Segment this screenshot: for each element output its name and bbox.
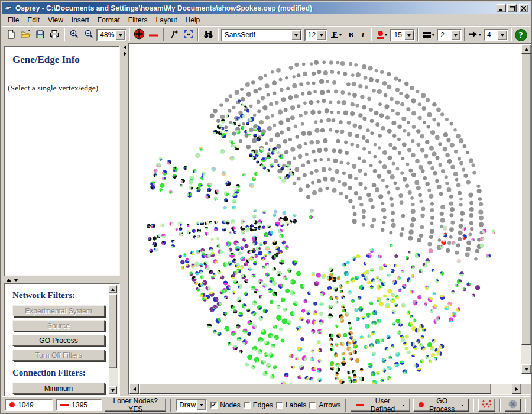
save-button[interactable] [33,28,47,43]
font-family-combo[interactable]: SansSerif [221,29,302,41]
window-title: Osprey - C:\Documents and Settings\hosam… [15,4,494,12]
splitter-collapse-left-icon[interactable] [121,45,126,50]
italic-button[interactable]: I [357,28,368,43]
chevron-down-icon [432,34,434,37]
scroll-left-button[interactable] [129,384,139,394]
labels-checkbox[interactable]: ✓ [276,402,283,409]
font-family-dropdown-button[interactable] [291,30,301,40]
network-viewport [128,43,532,395]
font-size-dropdown-button[interactable] [317,30,326,40]
zoom-in-button[interactable] [67,28,82,43]
loner-nodes-button[interactable]: Loner Nodes? YES [105,399,166,412]
node-color-button[interactable] [374,28,390,43]
print-button[interactable] [48,28,62,43]
menu-item-filters[interactable]: Filters [124,15,152,25]
titlebar[interactable]: Osprey - C:\Documents and Settings\hosam… [2,2,530,14]
menu-item-format[interactable]: Format [93,15,124,25]
scroll-up-button[interactable] [109,285,117,293]
node-size-combo[interactable]: 15 [390,29,414,41]
toolbar-separator [371,28,372,41]
add-gene-button[interactable] [132,28,147,43]
edge-color-mode-button[interactable]: User Defined [351,399,411,412]
minimize-button[interactable] [497,4,506,12]
draw-mode-combo[interactable]: Draw [176,399,207,412]
edges-checkbox[interactable]: ✓ [244,402,251,409]
scroll-up-button[interactable] [521,44,531,54]
status-bar: 1049 1395 Loner Nodes? YES Draw ✓ Nodes … [2,396,530,413]
find-button[interactable] [201,28,215,43]
zoom-out-button[interactable] [82,28,96,43]
show-spokes-button[interactable] [478,399,495,412]
experimental-system-filter-button[interactable]: Experimental System [12,305,105,316]
turn-off-filters-button[interactable]: Turn Off Filters [12,350,105,361]
status-separator [345,399,346,412]
arrow-size-dropdown-button[interactable] [498,30,507,40]
scroll-right-button[interactable] [512,384,521,394]
check-icon: ✓ [212,402,217,407]
scrollbar-thumb[interactable] [521,54,531,345]
menu-item-view[interactable]: View [44,15,67,25]
vertical-splitter[interactable] [121,43,128,396]
italic-icon: I [361,30,364,40]
network-canvas[interactable] [129,44,521,384]
add-interaction-icon [148,31,159,40]
draw-mode-dropdown-button[interactable] [197,400,206,410]
add-interaction-button[interactable] [147,28,161,43]
arrow-size-combo[interactable]: 4 [484,29,508,41]
font-color-button[interactable]: F [328,28,345,43]
chevron-down-icon [200,404,203,408]
vertical-scrollbar[interactable] [521,44,531,374]
edge-width-dropdown-button[interactable] [451,30,460,40]
scrollbar-corner [521,384,531,394]
arrow-up-icon [525,46,528,51]
clear-highlight-button[interactable] [505,399,521,412]
edge-color-button[interactable] [421,28,436,43]
help-button[interactable]: ? [514,28,528,43]
edge-anchor-icon [169,30,179,41]
menu-item-help[interactable]: Help [181,15,205,25]
bold-button[interactable]: B [345,28,356,43]
new-button[interactable] [4,28,18,43]
menu-item-file[interactable]: File [4,15,23,25]
close-button[interactable] [519,4,528,12]
splitter-collapse-up-icon[interactable] [7,276,11,282]
menu-item-insert[interactable]: Insert [67,15,93,25]
spokes-icon [481,399,492,410]
menu-item-layout[interactable]: Layout [152,15,181,25]
maximize-button[interactable] [507,4,517,12]
labels-checkbox-group: ✓ Labels [276,401,306,409]
scroll-down-button[interactable] [109,386,117,394]
chevron-down-icon [501,34,504,38]
horizontal-splitter[interactable] [4,276,120,283]
font-size-combo[interactable]: 12 [304,29,327,41]
arrow-style-button[interactable] [468,28,483,43]
go-process-filter-button[interactable]: GO Process [12,335,105,346]
nodes-checkbox[interactable]: ✓ [210,402,218,409]
status-separator [170,399,171,412]
chevron-down-icon [320,34,323,38]
toolbar: 48% SansSerif 12 F B I 15 2 [2,26,530,43]
edge-width-combo[interactable]: 2 [437,29,461,41]
node-size-dropdown-button[interactable] [404,30,414,40]
status-separator [525,399,526,412]
edge-anchor-button[interactable] [167,28,181,43]
toolbar-separator [218,28,219,41]
scrollbar-thumb[interactable] [139,384,491,394]
zoom-level-combo[interactable]: 48% [96,29,126,41]
node-color-mode-button[interactable]: GO Process [413,399,469,412]
add-gene-icon [134,28,145,41]
menu-item-edit[interactable]: Edit [23,15,44,25]
arrows-checkbox[interactable]: ✓ [309,402,316,409]
zoom-level-dropdown-button[interactable] [116,30,125,40]
source-filter-button[interactable]: Source [12,320,105,331]
node-count-box: 1049 [5,399,53,411]
fit-view-button[interactable] [181,28,196,43]
filters-panel-scrollbar[interactable] [109,285,118,394]
minimum-filter-button[interactable]: Minimum [12,383,105,394]
node-count-icon [9,402,15,407]
draw-mode-value: Draw [177,401,197,409]
horizontal-scrollbar[interactable] [129,384,521,394]
scrollbar-thumb[interactable] [109,294,117,368]
scroll-down-button[interactable] [521,364,531,374]
open-button[interactable] [19,28,33,43]
